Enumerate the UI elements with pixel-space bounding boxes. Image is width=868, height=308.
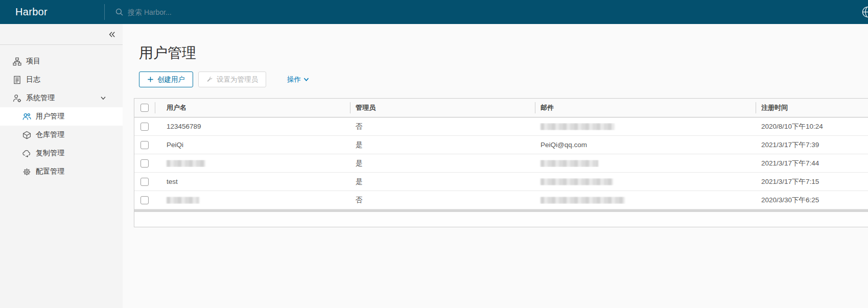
- harbor-logo[interactable]: Harbor: [0, 6, 104, 18]
- admin-cell: 是: [350, 140, 535, 150]
- header-divider: [104, 4, 105, 20]
- row-checkbox[interactable]: [140, 178, 149, 186]
- admin-cell: 是: [350, 159, 535, 168]
- chevron-down-icon[interactable]: [100, 95, 106, 101]
- table-row: 否 2020/3/30下午6:25: [134, 191, 868, 209]
- search-input[interactable]: [128, 8, 281, 16]
- admin-cell: 是: [350, 177, 535, 186]
- administrator-icon: [13, 94, 21, 103]
- search-icon: [115, 8, 124, 16]
- global-search: [115, 8, 281, 16]
- gear-icon: [22, 168, 31, 176]
- sidebar-item-label: 项目: [26, 57, 40, 66]
- username-cell: 123456789: [155, 123, 350, 130]
- email-cell: [535, 197, 756, 204]
- set-admin-label: 设置为管理员: [217, 75, 258, 84]
- sidebar-item-label: 日志: [26, 75, 40, 84]
- table-row: test 是 2021/3/17下午7:15: [134, 173, 868, 191]
- sidebar-item-replication-management[interactable]: 复制管理: [0, 144, 123, 162]
- username-cell: [155, 160, 350, 167]
- table-row: 是 2021/3/17下午7:44: [134, 154, 868, 173]
- row-checkbox[interactable]: [140, 159, 149, 168]
- log-list-icon: [13, 76, 21, 84]
- admin-cell: 否: [350, 122, 535, 131]
- column-header-email[interactable]: 邮件: [535, 99, 756, 117]
- sidebar-item-logs[interactable]: 日志: [0, 70, 123, 89]
- table-row: 123456789 否 2020/8/10下午10:24: [134, 117, 868, 136]
- sidebar-item-label: 用户管理: [36, 112, 64, 121]
- username-cell: [155, 197, 350, 204]
- page-title: 用户管理: [139, 43, 868, 63]
- app-header: Harbor: [0, 0, 868, 24]
- create-user-label: 创建用户: [157, 75, 185, 84]
- plus-icon: [147, 76, 154, 83]
- row-checkbox[interactable]: [140, 141, 149, 149]
- registered-cell: 2020/8/10下午10:24: [756, 122, 868, 131]
- create-user-button[interactable]: 创建用户: [139, 72, 193, 87]
- sidebar-item-label: 仓库管理: [36, 130, 64, 139]
- actions-label: 操作: [287, 75, 301, 84]
- redacted-username: [167, 160, 205, 167]
- organization-icon: [13, 57, 21, 66]
- users-datagrid: 用户名 管理员 邮件 注册时间 123456789 否 2020/8/10下午1…: [134, 98, 868, 212]
- registered-cell: 2020/3/30下午6:25: [756, 196, 868, 205]
- admin-cell: 否: [350, 196, 535, 205]
- column-header-admin[interactable]: 管理员: [350, 99, 535, 117]
- redacted-email: [541, 178, 613, 185]
- sidebar-item-repository-management[interactable]: 仓库管理: [0, 126, 123, 144]
- username-cell: PeiQi: [155, 141, 350, 149]
- column-header-username[interactable]: 用户名: [155, 99, 350, 117]
- registered-cell: 2021/3/17下午7:39: [756, 140, 868, 150]
- actions-dropdown-button[interactable]: 操作: [279, 72, 317, 87]
- table-row: PeiQi 是 PeiQi@qq.com 2021/3/17下午7:39: [134, 136, 868, 154]
- redacted-username: [167, 197, 199, 204]
- toolbar: 创建用户 设置为管理员 操作: [139, 72, 868, 87]
- main-content: 用户管理 创建用户 设置为管理员 操作: [123, 24, 868, 308]
- sidebar-nav: 项目 日志 系统管理: [0, 45, 123, 181]
- row-checkbox[interactable]: [140, 123, 149, 131]
- username-cell: test: [155, 178, 350, 185]
- sidebar-item-projects[interactable]: 项目: [0, 52, 123, 70]
- sidebar-item-system-admin[interactable]: 系统管理: [0, 89, 123, 107]
- caret-down-icon: [303, 77, 309, 82]
- sidebar: 项目 日志 系统管理: [0, 24, 123, 308]
- wrench-icon: [206, 76, 213, 83]
- select-all-checkbox[interactable]: [140, 104, 149, 112]
- repository-cube-icon: [22, 131, 31, 139]
- globe-icon[interactable]: [862, 6, 868, 18]
- email-cell: PeiQi@qq.com: [535, 141, 756, 149]
- double-chevron-left-icon[interactable]: [108, 31, 116, 38]
- datagrid-header-row: 用户名 管理员 邮件 注册时间: [134, 99, 868, 117]
- set-admin-button[interactable]: 设置为管理员: [198, 72, 266, 87]
- datagrid-footer: [134, 212, 868, 227]
- registered-cell: 2021/3/17下午7:44: [756, 159, 868, 168]
- email-cell: [535, 160, 756, 167]
- email-cell: [535, 178, 756, 185]
- sidebar-collapse-row: [0, 24, 123, 45]
- redacted-email: [541, 123, 615, 130]
- column-header-registered[interactable]: 注册时间: [756, 99, 868, 117]
- sidebar-item-label: 配置管理: [36, 167, 64, 176]
- sidebar-item-user-management[interactable]: 用户管理: [0, 107, 123, 126]
- email-cell: [535, 123, 756, 130]
- sidebar-item-configuration-management[interactable]: 配置管理: [0, 162, 123, 181]
- sidebar-item-label: 复制管理: [36, 149, 64, 158]
- users-icon: [22, 112, 31, 121]
- registered-cell: 2021/3/17下午7:15: [756, 177, 868, 186]
- select-all-cell: [134, 99, 155, 117]
- sidebar-item-label: 系统管理: [26, 93, 55, 103]
- redacted-email: [541, 197, 625, 204]
- redacted-email: [541, 160, 598, 167]
- row-checkbox[interactable]: [140, 196, 149, 204]
- replication-cloud-icon: [22, 149, 31, 158]
